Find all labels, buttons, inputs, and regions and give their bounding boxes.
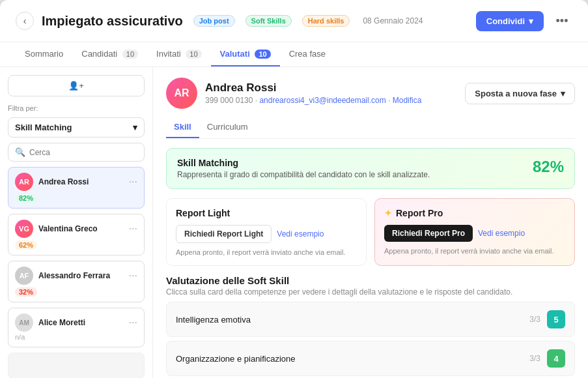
skill-right-intelligenza: 3/3 5	[529, 310, 565, 328]
profile-name: Andrea Rossi	[205, 81, 421, 94]
candidate-card-andrea[interactable]: AR Andrea Rossi ··· 82%	[8, 167, 145, 209]
avatar-valentina: VG	[15, 220, 33, 238]
skill-name-intelligenza: Intelligenza emotiva	[176, 315, 251, 325]
skill-badge-organizzazione: 4	[547, 349, 565, 368]
request-report-pro-button[interactable]: Richiedi Report Pro	[384, 225, 473, 242]
report-light-note: Appena pronto, il report verrà inviato a…	[176, 248, 357, 256]
report-light-title: Report Light	[176, 208, 357, 218]
modify-link[interactable]: Modifica	[393, 96, 422, 105]
add-candidate-button[interactable]: 👤+	[8, 75, 145, 96]
candidate-score-valentina: 62%	[15, 240, 37, 250]
soft-skills-desc: Clicca sulla card della competenze per v…	[166, 287, 575, 297]
main-content: AR Andrea Rossi 399 000 0130 · andrearos…	[153, 67, 588, 378]
more-options-button[interactable]: •••	[552, 10, 572, 31]
back-button[interactable]: ‹	[16, 12, 34, 30]
condividi-button[interactable]: Condividi ▾	[476, 11, 544, 31]
filter-select[interactable]: Skill Matching ▾	[8, 117, 145, 138]
sidebar: 👤+ Filtra per: Skill Matching ▾ 🔍 AR And…	[0, 67, 153, 378]
report-pro-example-link[interactable]: Vedi esempio	[478, 229, 525, 238]
candidate-score-andrea: 82%	[15, 194, 37, 203]
skill-matching-desc: Rappresenta il grado di compatibilità de…	[177, 170, 430, 179]
report-light-btn-row: Richiedi Report Light Vedi esempio	[176, 225, 357, 243]
skill-matching-title: Skill Matching	[177, 158, 430, 168]
soft-skills-title: Valutazione delle Soft Skill	[166, 275, 575, 286]
request-report-light-button[interactable]: Richiedi Report Light	[176, 225, 272, 243]
tab-candidati[interactable]: Candidati 10	[72, 42, 147, 66]
tab-curriculum[interactable]: Curriculum	[199, 118, 256, 138]
profile-header: AR Andrea Rossi 399 000 0130 · andrearos…	[166, 78, 575, 109]
candidate-card-alessandro[interactable]: AF Alessandro Ferrara ··· 32%	[8, 261, 145, 302]
candidate-score-alessandro: 32%	[15, 287, 37, 297]
sub-tabs: Skill Curriculum	[166, 118, 575, 139]
tab-invitati[interactable]: Invitati 10	[147, 42, 210, 66]
body: 👤+ Filtra per: Skill Matching ▾ 🔍 AR And…	[0, 67, 588, 378]
report-pro-note: Appena pronto, il report verrà inviato a…	[384, 247, 565, 255]
report-pro-btn-row: Richiedi Report Pro Vedi esempio	[384, 225, 565, 242]
skill-score-organizzazione: 3/3	[529, 354, 540, 363]
star-icon: ✦	[384, 208, 392, 218]
candidate-name-valentina: Valentina Greco	[38, 224, 98, 233]
report-pro-title: ✦ Report Pro	[384, 208, 565, 218]
skill-badge-intelligenza: 5	[547, 310, 565, 328]
job-post-badge: Job post	[193, 15, 235, 27]
report-pro-card: ✦ Report Pro Richiedi Report Pro Vedi es…	[374, 198, 575, 266]
soft-skills-badge: Soft Skills	[245, 15, 292, 27]
candidate-more-valentina[interactable]: ···	[129, 223, 137, 235]
profile-meta: 399 000 0130 · andrearossi4_vi3@indeedem…	[205, 96, 421, 105]
skill-score-intelligenza: 3/3	[529, 315, 540, 324]
chevron-down-icon: ▾	[561, 89, 565, 98]
report-light-card: Report Light Richiedi Report Light Vedi …	[166, 198, 367, 266]
report-row: Report Light Richiedi Report Light Vedi …	[166, 198, 575, 266]
skill-matching-card: Skill Matching Rappresenta il grado di c…	[166, 148, 575, 189]
search-box: 🔍	[8, 143, 145, 162]
skill-row-intelligenza[interactable]: Intelligenza emotiva 3/3 5	[166, 302, 575, 337]
tab-crea-fase[interactable]: Crea fase	[280, 42, 335, 66]
phase-button[interactable]: Sposta a nuova fase ▾	[465, 83, 575, 104]
skill-name-organizzazione: Organizzazione e pianificazione	[176, 354, 296, 364]
header-date: 08 Gennaio 2024	[363, 16, 423, 25]
candidate-more-alessandro[interactable]: ···	[129, 270, 137, 282]
header: ‹ Impiegato assicurativo Job post Soft S…	[0, 0, 588, 42]
search-input[interactable]	[29, 148, 137, 157]
skill-matching-percentage: 82%	[533, 158, 564, 176]
candidate-name-andrea: Andrea Rossi	[38, 177, 89, 186]
profile-left: AR Andrea Rossi 399 000 0130 · andrearos…	[166, 78, 421, 109]
avatar-andrea: AR	[15, 173, 33, 191]
search-icon: 🔍	[15, 147, 25, 157]
avatar-alice: AM	[15, 313, 33, 332]
tab-valutati[interactable]: Valutati 10	[211, 42, 280, 66]
candidate-name-alice: Alice Moretti	[38, 318, 85, 327]
skill-row-organizzazione[interactable]: Organizzazione e pianificazione 3/3 4	[166, 341, 575, 376]
filter-label: Filtra per:	[8, 104, 145, 112]
profile-email-link[interactable]: andrearossi4_vi3@indeedemail.com	[259, 96, 385, 105]
nav-tabs: Sommario Candidati 10 Invitati 10 Valuta…	[0, 42, 588, 67]
skill-right-organizzazione: 3/3 4	[529, 349, 565, 368]
candidate-card-valentina[interactable]: VG Valentina Greco ··· 62%	[8, 214, 145, 255]
candidate-name-alessandro: Alessandro Ferrara	[38, 271, 110, 280]
placeholder-card-1	[8, 353, 145, 378]
candidate-more-alice[interactable]: ···	[129, 317, 137, 328]
tab-skill[interactable]: Skill	[166, 118, 199, 138]
candidate-card-alice[interactable]: AM Alice Moretti ··· n/a	[8, 308, 145, 347]
report-light-example-link[interactable]: Vedi esempio	[277, 229, 324, 239]
page-title: Impiegato assicurativo	[42, 14, 183, 29]
soft-skills-section: Valutazione delle Soft Skill Clicca sull…	[166, 275, 575, 376]
candidate-score-alice: n/a	[15, 333, 25, 341]
candidate-more-andrea[interactable]: ···	[129, 176, 137, 188]
avatar-alessandro: AF	[15, 267, 33, 285]
hard-skills-badge: Hard skills	[302, 15, 350, 27]
tab-sommario[interactable]: Sommario	[16, 42, 72, 66]
profile-avatar: AR	[166, 78, 197, 109]
